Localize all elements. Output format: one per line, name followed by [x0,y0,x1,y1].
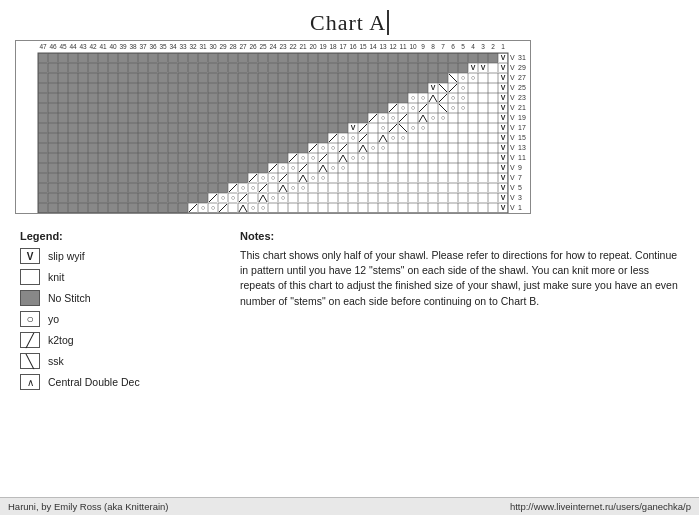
legend-symbol-k2tog: ╱ [20,332,40,348]
legend-item-cdd: ∧ Central Double Dec [20,374,220,390]
notes-section: Notes: This chart shows only half of you… [240,230,679,395]
page-container: Chart A Legend: V slip wyif knit No Stit… [0,0,699,515]
legend-symbol-knit [20,269,40,285]
legend-label-k2tog: k2tog [48,334,74,346]
legend-label-ssk: ssk [48,355,64,367]
legend-section: Legend: V slip wyif knit No Stitch ○ yo … [20,230,220,395]
legend-label-slip: slip wyif [48,250,85,262]
title-text: Chart A [310,10,386,35]
chart-title: Chart A [15,10,684,36]
legend-item-k2tog: ╱ k2tog [20,332,220,348]
legend-label-cdd: Central Double Dec [48,376,140,388]
footer-left: Haruni, by Emily Ross (aka Knitterain) [8,501,169,512]
legend-symbol-yo: ○ [20,311,40,327]
legend-item-knit: knit [20,269,220,285]
notes-title: Notes: [240,230,679,242]
cursor [387,10,389,35]
legend-label-yo: yo [48,313,59,325]
legend-item-ssk: ╲ ssk [20,353,220,369]
legend-label-nostitch: No Stitch [48,292,91,304]
legend-label-knit: knit [48,271,64,283]
legend-title: Legend: [20,230,220,242]
legend-symbol-ssk: ╲ [20,353,40,369]
legend-notes-row: Legend: V slip wyif knit No Stitch ○ yo … [15,230,684,395]
footer: Haruni, by Emily Ross (aka Knitterain) h… [0,497,699,515]
notes-text: This chart shows only half of your shawl… [240,248,679,309]
footer-right: http://www.liveinternet.ru/users/ganechk… [510,501,691,512]
chart-wrapper [15,40,684,214]
legend-symbol-nostitch [20,290,40,306]
legend-item-yo: ○ yo [20,311,220,327]
legend-item-slip: V slip wyif [20,248,220,264]
legend-symbol-slip: V [20,248,40,264]
knitting-chart [15,40,531,214]
legend-item-nostitch: No Stitch [20,290,220,306]
legend-symbol-cdd: ∧ [20,374,40,390]
